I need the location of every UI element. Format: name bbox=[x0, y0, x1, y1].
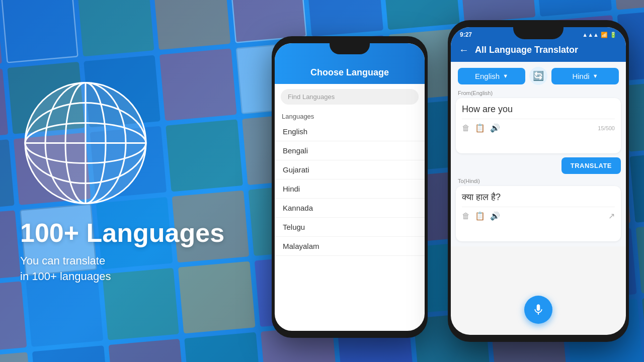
from-language-button[interactable]: English ▼ bbox=[458, 68, 525, 84]
phone-front: 9:27 ▲▲▲ 📶 🔋 ← All Language Translator E… bbox=[448, 20, 629, 342]
phone-back: Choose Language Find Languages Languages… bbox=[272, 36, 428, 338]
swap-languages-button[interactable]: 🔄 bbox=[529, 67, 547, 85]
list-item[interactable]: Telugu bbox=[275, 218, 425, 237]
list-item[interactable]: Malayalam bbox=[275, 237, 425, 256]
from-lang-chevron-icon: ▼ bbox=[503, 73, 508, 79]
translator-body: English ▼ 🔄 Hindi ▼ From(English) How ar bbox=[451, 62, 626, 246]
search-box[interactable]: Find Languages bbox=[281, 89, 419, 105]
microphone-icon bbox=[532, 303, 545, 316]
phone-back-notch bbox=[330, 43, 370, 54]
headline: 100+ Languages bbox=[20, 219, 224, 247]
signal-icon: ▲▲▲ bbox=[582, 32, 599, 38]
app-header: ← All Language Translator bbox=[451, 40, 626, 62]
language-list: English Bengali Gujarati Hindi Kannada T… bbox=[275, 122, 425, 256]
output-delete-icon[interactable]: 🗑 bbox=[462, 212, 470, 221]
translation-output-area: क्या हाल है? 🗑 📋 🔊 ↗ bbox=[456, 186, 621, 241]
status-icons: ▲▲▲ 📶 🔋 bbox=[582, 32, 617, 38]
wifi-icon: 📶 bbox=[601, 32, 608, 38]
subheadline-line2: in 100+ languages bbox=[20, 270, 111, 283]
back-arrow-icon[interactable]: ← bbox=[459, 44, 469, 56]
to-language-label: Hindi bbox=[572, 72, 589, 80]
swap-icon: 🔄 bbox=[533, 70, 544, 81]
list-item[interactable]: Bengali bbox=[275, 141, 425, 160]
choose-language-title: Choose Language bbox=[283, 67, 417, 78]
list-item[interactable]: Kannada bbox=[275, 199, 425, 218]
subheadline: You can translate in 100+ languages bbox=[20, 253, 111, 285]
language-selector-row: English ▼ 🔄 Hindi ▼ bbox=[451, 62, 626, 89]
from-label: From(English) bbox=[451, 89, 626, 98]
output-copy-icon[interactable]: 📋 bbox=[475, 211, 485, 221]
battery-icon: 🔋 bbox=[610, 32, 617, 38]
left-panel: 100+ Languages You can translate in 100+… bbox=[20, 78, 247, 285]
app-title: All Language Translator bbox=[475, 45, 578, 55]
list-item[interactable]: Hindi bbox=[275, 179, 425, 199]
list-item[interactable]: English bbox=[275, 122, 425, 141]
phone-front-notch bbox=[513, 27, 564, 39]
share-icon[interactable]: ↗ bbox=[608, 211, 615, 221]
phones-wrapper: Choose Language Find Languages Languages… bbox=[231, 0, 644, 362]
translate-button[interactable]: TRANSLATE bbox=[561, 157, 621, 174]
input-actions: 🗑 📋 🔊 15/500 bbox=[462, 119, 615, 133]
from-language-label: English bbox=[475, 72, 500, 80]
char-count: 15/500 bbox=[598, 125, 615, 131]
output-text: क्या हाल है? bbox=[462, 192, 615, 203]
subheadline-line1: You can translate bbox=[20, 254, 105, 267]
phone-front-screen: 9:27 ▲▲▲ 📶 🔋 ← All Language Translator E… bbox=[451, 27, 626, 335]
to-language-button[interactable]: Hindi ▼ bbox=[551, 68, 619, 84]
search-placeholder: Find Languages bbox=[288, 93, 335, 101]
status-time: 9:27 bbox=[460, 31, 472, 38]
output-actions: 🗑 📋 🔊 ↗ bbox=[462, 207, 615, 221]
languages-section-label: Languages bbox=[275, 110, 425, 122]
input-text: How are you bbox=[462, 104, 615, 115]
translation-input-area[interactable]: How are you 🗑 📋 🔊 15/500 bbox=[456, 98, 621, 153]
microphone-button[interactable] bbox=[524, 296, 552, 324]
globe-icon bbox=[20, 78, 151, 209]
speaker-icon[interactable]: 🔊 bbox=[490, 123, 500, 133]
translate-button-row: TRANSLATE bbox=[451, 157, 626, 177]
phone-back-screen: Choose Language Find Languages Languages… bbox=[275, 43, 425, 331]
to-lang-chevron-icon: ▼ bbox=[593, 73, 598, 79]
output-speaker-icon[interactable]: 🔊 bbox=[490, 211, 500, 221]
list-item[interactable]: Gujarati bbox=[275, 160, 425, 179]
to-label: To(Hindi) bbox=[451, 177, 626, 186]
copy-icon[interactable]: 📋 bbox=[475, 123, 485, 133]
delete-icon[interactable]: 🗑 bbox=[462, 124, 470, 133]
